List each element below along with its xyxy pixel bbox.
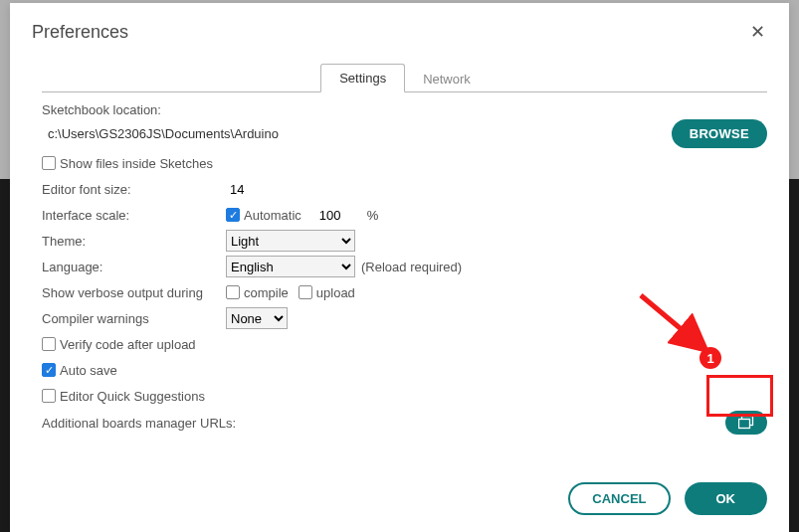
interface-scale-unit: % [367,208,379,223]
editor-font-size-input[interactable] [226,178,274,200]
verbose-compile-checkbox[interactable] [226,285,240,299]
verbose-upload-label: upload [316,285,355,300]
verify-after-upload-label: Verify code after upload [60,337,196,352]
verbose-output-label: Show verbose output during [42,285,226,300]
tab-network[interactable]: Network [405,66,489,92]
interface-scale-label: Interface scale: [42,208,226,223]
additional-urls-label: Additional boards manager URLs: [42,416,243,431]
language-label: Language: [42,260,226,274]
annotation-badge: 1 [699,347,721,369]
show-files-inside-label: Show files inside Sketches [60,156,213,171]
cancel-button[interactable]: CANCEL [568,482,670,515]
sketchbook-location-input[interactable] [42,123,664,145]
dialog-title: Preferences [32,22,128,43]
browse-button[interactable]: BROWSE [672,119,767,148]
quick-suggestions-checkbox[interactable] [42,389,56,403]
additional-urls-input[interactable] [249,411,719,435]
expand-window-icon [738,416,754,430]
compiler-warnings-label: Compiler warnings [42,311,226,326]
quick-suggestions-label: Editor Quick Suggestions [60,389,205,404]
tab-settings[interactable]: Settings [320,64,405,92]
show-files-inside-checkbox[interactable] [42,156,56,170]
interface-scale-auto-label: Automatic [244,208,301,223]
svg-rect-1 [739,420,750,429]
sketchbook-location-label: Sketchbook location: [42,102,767,117]
auto-save-checkbox[interactable] [42,363,56,377]
interface-scale-auto-checkbox[interactable] [226,208,240,222]
verbose-upload-checkbox[interactable] [299,285,312,299]
ok-button[interactable]: OK [685,482,768,515]
language-select[interactable]: English [226,256,355,277]
editor-font-size-label: Editor font size: [42,182,226,197]
verbose-compile-label: compile [244,285,289,300]
compiler-warnings-select[interactable]: None [226,307,288,329]
verify-after-upload-checkbox[interactable] [42,337,56,351]
close-icon[interactable]: ✕ [746,17,769,47]
theme-select[interactable]: Light [226,230,355,252]
additional-urls-expand-button[interactable] [725,411,767,435]
reload-required-label: (Reload required) [361,260,462,274]
theme-label: Theme: [42,234,226,249]
tabs: Settings Network [42,63,767,92]
auto-save-label: Auto save [60,363,117,378]
preferences-dialog: Preferences ✕ Settings Network Sketchboo… [10,3,789,532]
interface-scale-input[interactable] [315,204,363,226]
